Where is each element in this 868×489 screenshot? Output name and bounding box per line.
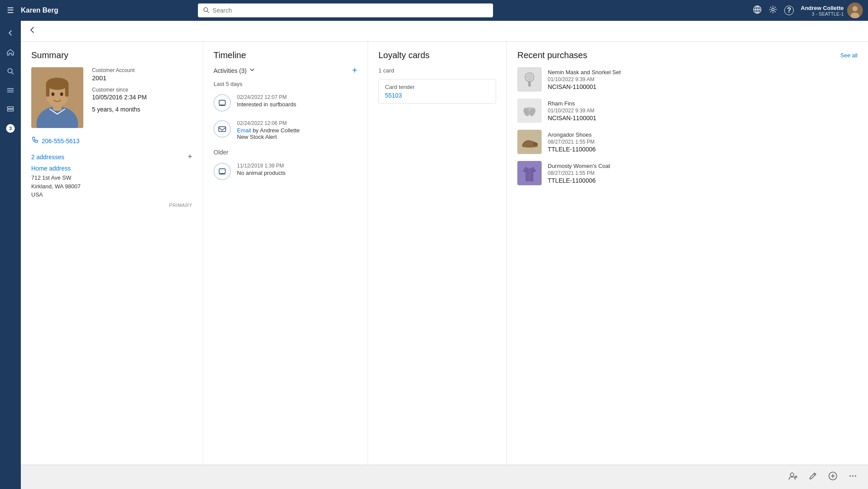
sidebar-item-catalog[interactable] <box>2 101 19 118</box>
purchase-thumb-3 <box>517 161 542 185</box>
svg-point-54 <box>855 476 856 477</box>
svg-point-8 <box>852 6 858 11</box>
sidebar-item-search[interactable] <box>2 62 19 80</box>
add-person-icon[interactable] <box>788 471 798 483</box>
svg-rect-29 <box>219 127 226 131</box>
purchase-date-0: 01/10/2022 9:39 AM <box>548 76 858 82</box>
timeline-date: 02/24/2022 12:07 PM <box>237 94 357 100</box>
loyalty-title: Loyalty cards <box>378 50 496 60</box>
purchase-name-1: Rham Fins <box>548 100 858 107</box>
main-layout: 3 Summary <box>0 21 868 489</box>
timeline-title: Timeline <box>214 50 246 60</box>
add-icon[interactable] <box>828 471 838 483</box>
since-label: Customer since <box>92 87 192 93</box>
purchase-item-2: Arongador Shoes 08/27/2021 1:55 PM TTLEL… <box>517 130 858 154</box>
sidebar-item-menu[interactable] <box>2 82 19 99</box>
page-content: Summary <box>21 42 868 465</box>
svg-point-6 <box>772 8 774 11</box>
avatar[interactable] <box>847 3 863 18</box>
addresses-link[interactable]: 2 addresses <box>31 154 64 161</box>
phone-row: 206-555-5613 <box>31 137 192 145</box>
settings-icon[interactable] <box>769 5 777 16</box>
timeline-item: 02/24/2022 12:06 PM Email by Andrew Coll… <box>214 120 357 140</box>
timeline-email-icon <box>214 120 231 138</box>
help-icon[interactable]: ? <box>784 6 794 15</box>
customer-header: Customer Account 2001 Customer since 10/… <box>31 67 192 128</box>
purchase-thumb-0 <box>517 67 542 92</box>
purchase-info-2: Arongador Shoes 08/27/2021 1:55 PM TTLEL… <box>548 131 858 153</box>
phone-icon <box>31 137 38 145</box>
phone-link[interactable]: 206-555-5613 <box>42 138 79 144</box>
loyalty-card-label: Card tender <box>385 84 490 90</box>
sidebar-item-back[interactable] <box>2 24 19 42</box>
sidebar-item-home[interactable] <box>2 43 19 61</box>
purchase-info-3: Durmosty Women's Coat 08/27/2021 1:55 PM… <box>548 163 858 184</box>
purchase-thumb-1 <box>517 98 542 123</box>
purchase-name-0: Nemin Mask and Snorkel Set <box>548 69 858 75</box>
app-title: Karen Berg <box>21 7 58 14</box>
since-duration: 5 years, 4 months <box>92 106 192 113</box>
bottom-bar <box>21 465 868 489</box>
svg-rect-32 <box>221 174 224 174</box>
timeline-item-older: 11/12/2019 1:39 PM No animal products <box>214 163 357 180</box>
purchase-info-0: Nemin Mask and Snorkel Set 01/10/2022 9:… <box>548 69 858 90</box>
primary-badge: PRIMARY <box>31 203 192 208</box>
see-all-link[interactable]: See all <box>840 52 858 59</box>
purchase-name-3: Durmosty Women's Coat <box>548 163 858 169</box>
timeline-date-2: 02/24/2022 12:06 PM <box>237 120 357 126</box>
purchase-order-3: TTLELE-1100006 <box>548 177 858 184</box>
timeline-period: Last 5 days <box>214 81 357 87</box>
svg-point-45 <box>790 473 794 476</box>
timeline-item: 02/24/2022 12:07 PM Interested in surfbo… <box>214 94 357 112</box>
timeline-email-content: 02/24/2022 12:06 PM Email by Andrew Coll… <box>237 120 357 140</box>
svg-rect-22 <box>46 84 49 97</box>
email-link[interactable]: Email <box>237 127 251 134</box>
purchases-header: Recent purchases See all <box>517 50 858 60</box>
address-text: 712 1st Ave SW Kirkland, WA 98007 USA <box>31 174 192 199</box>
edit-icon[interactable] <box>808 471 818 483</box>
purchase-order-0: NCISAN-1100001 <box>548 83 858 90</box>
timeline-desc: Interested in surfboards <box>237 101 357 108</box>
svg-rect-35 <box>528 81 531 87</box>
back-button[interactable] <box>28 26 36 36</box>
customer-photo <box>31 67 83 128</box>
timeline-desc-2: Email by Andrew Collette <box>237 127 357 134</box>
search-icon <box>203 7 209 14</box>
purchase-order-2: TTLELE-1100006 <box>548 146 858 153</box>
loyalty-card-number[interactable]: 55103 <box>385 92 490 99</box>
user-name: Andrew Collette <box>801 5 844 11</box>
addresses-row: 2 addresses + <box>31 152 192 161</box>
nav-right-icons: ? Andrew Collette 3 - SEATTLE-1 <box>753 3 863 18</box>
loyalty-count: 1 card <box>378 67 496 74</box>
loyalty-card: Card tender 55103 <box>378 79 496 104</box>
user-sub: 3 - SEATTLE-1 <box>801 11 844 16</box>
activities-label: Activities (3) <box>214 67 247 74</box>
timeline-desc-sub: New Stock Alert <box>237 134 357 140</box>
search-bar[interactable] <box>198 3 493 17</box>
svg-rect-26 <box>219 100 225 105</box>
user-info: Andrew Collette 3 - SEATTLE-1 <box>801 3 863 18</box>
svg-rect-15 <box>7 107 13 108</box>
purchase-item-3: Durmosty Women's Coat 08/27/2021 1:55 PM… <box>517 161 858 185</box>
since-value: 10/05/2016 2:34 PM <box>92 94 192 101</box>
globe-icon[interactable] <box>753 5 762 16</box>
customer-info: Customer Account 2001 Customer since 10/… <box>92 67 192 128</box>
search-input[interactable] <box>213 7 488 14</box>
svg-point-25 <box>60 92 63 96</box>
activities-toggle[interactable]: Activities (3) <box>214 67 255 74</box>
hamburger-menu-icon[interactable]: ☰ <box>5 4 16 17</box>
more-options-icon[interactable] <box>848 471 858 483</box>
sidebar: 3 <box>0 21 21 489</box>
svg-point-36 <box>527 75 532 80</box>
sidebar-badge-item[interactable]: 3 <box>2 120 19 137</box>
add-address-icon[interactable]: + <box>187 152 192 161</box>
purchase-date-1: 01/10/2022 9:39 AM <box>548 108 858 114</box>
purchase-name-2: Arongador Shoes <box>548 131 858 138</box>
timeline-add-icon[interactable]: + <box>352 66 357 75</box>
breadcrumb-row <box>21 21 868 42</box>
loyalty-section: Loyalty cards 1 card Card tender 55103 <box>368 42 507 465</box>
svg-line-11 <box>12 72 13 74</box>
home-address-label[interactable]: Home address <box>31 165 192 172</box>
purchase-order-1: NCISAN-1100001 <box>548 115 858 121</box>
timeline-activity-icon <box>214 94 231 112</box>
